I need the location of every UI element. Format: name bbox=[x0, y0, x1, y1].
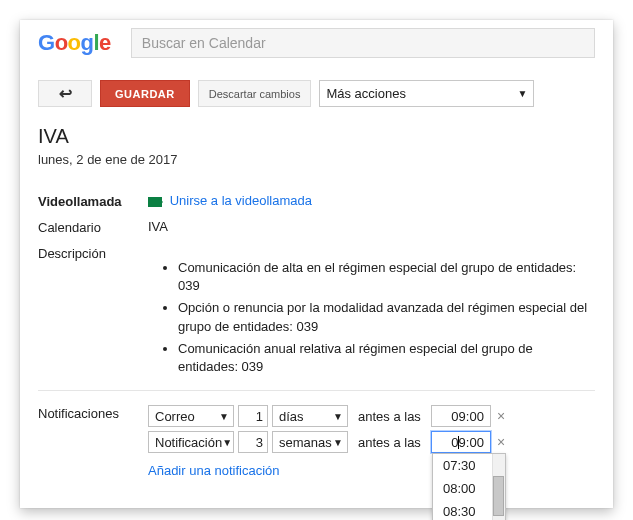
remove-notification-button[interactable]: × bbox=[495, 434, 507, 450]
join-video-link[interactable]: Unirse a la videollamada bbox=[170, 193, 312, 208]
notifications-label: Notificaciones bbox=[38, 405, 148, 421]
description-item: Comunicación anual relativa al régimen e… bbox=[178, 340, 595, 376]
event-date: lunes, 2 de ene de 2017 bbox=[38, 152, 595, 167]
remove-notification-button[interactable]: × bbox=[495, 408, 507, 424]
notification-unit-select[interactable]: días▼ bbox=[272, 405, 348, 427]
scrollbar-thumb[interactable] bbox=[493, 476, 504, 516]
description-list: Comunicación de alta en el régimen espec… bbox=[148, 259, 595, 376]
add-notification-link[interactable]: Añadir una notificación bbox=[148, 463, 280, 478]
more-actions-label: Más acciones bbox=[326, 86, 405, 101]
chevron-down-icon: ▼ bbox=[222, 437, 232, 448]
notification-qty-input[interactable]: 1 bbox=[238, 405, 268, 427]
notification-row: Notificación▼ 3 semanas▼ antes a las 09:… bbox=[148, 431, 595, 453]
time-dropdown[interactable]: 07:30 08:00 08:30 09:00 09:30 10:00 10:3… bbox=[432, 453, 506, 520]
notification-qty-input[interactable]: 3 bbox=[238, 431, 268, 453]
search-input[interactable]: Buscar en Calendar bbox=[131, 28, 595, 58]
text-caret bbox=[458, 436, 459, 449]
calendar-label: Calendario bbox=[38, 219, 148, 235]
calendar-value: IVA bbox=[148, 219, 595, 235]
google-logo: Google bbox=[38, 30, 111, 56]
notification-unit-select[interactable]: semanas▼ bbox=[272, 431, 348, 453]
video-label: Videollamada bbox=[38, 193, 148, 209]
notification-time-input[interactable]: 09:00 bbox=[431, 431, 491, 453]
chevron-down-icon: ▼ bbox=[219, 411, 229, 422]
notification-row: Correo▼ 1 días▼ antes a las 09:00 × bbox=[148, 405, 595, 427]
description-item: Comunicación de alta en el régimen espec… bbox=[178, 259, 595, 295]
chevron-down-icon: ▼ bbox=[333, 437, 343, 448]
notification-method-select[interactable]: Notificación▼ bbox=[148, 431, 234, 453]
before-at-label: antes a las bbox=[352, 409, 427, 424]
more-actions-select[interactable]: Más acciones ▼ bbox=[319, 80, 534, 107]
chevron-down-icon: ▼ bbox=[333, 411, 343, 422]
description-item: Opción o renuncia por la modalidad avanz… bbox=[178, 299, 595, 335]
back-button[interactable]: ↩ bbox=[38, 80, 92, 107]
notification-method-select[interactable]: Correo▼ bbox=[148, 405, 234, 427]
chevron-down-icon: ▼ bbox=[518, 88, 528, 99]
scrollbar-track[interactable] bbox=[492, 454, 505, 520]
video-camera-icon bbox=[148, 197, 162, 207]
discard-button[interactable]: Descartar cambios bbox=[198, 80, 312, 107]
before-at-label: antes a las bbox=[352, 435, 427, 450]
notification-time-input[interactable]: 09:00 bbox=[431, 405, 491, 427]
save-button[interactable]: GUARDAR bbox=[100, 80, 190, 107]
description-label: Descripción bbox=[38, 245, 148, 261]
event-title: IVA bbox=[38, 125, 595, 148]
